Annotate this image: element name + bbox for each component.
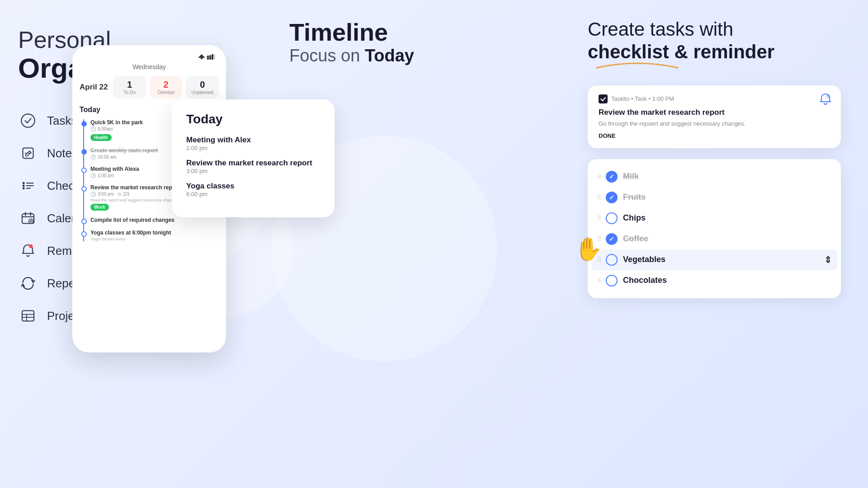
svg-rect-24 bbox=[212, 54, 213, 60]
orange-arc-decoration bbox=[592, 61, 683, 70]
drag-handle-milk: ⠿ bbox=[597, 173, 600, 180]
task-title-6: Yoga classes at 6:00pm tonight bbox=[90, 230, 219, 236]
bell-nav-icon bbox=[18, 241, 38, 261]
sort-arrows-icon: ⇕ bbox=[824, 254, 832, 265]
today-card: Today Meeting with Alex 1:00 pm Review t… bbox=[172, 99, 335, 217]
event-name-1: Meeting with Alex bbox=[186, 136, 320, 145]
svg-rect-21 bbox=[201, 58, 203, 59]
today-event-2: Review the market research report 3:00 p… bbox=[186, 159, 320, 174]
svg-point-4 bbox=[23, 188, 25, 190]
checklist-item-milk[interactable]: ⠿ Milk bbox=[591, 166, 837, 187]
reminder-bell-icon bbox=[819, 93, 832, 108]
svg-point-26 bbox=[826, 94, 830, 98]
svg-rect-22 bbox=[207, 56, 209, 60]
svg-rect-16 bbox=[22, 311, 34, 321]
checklist-item-chips[interactable]: ⠿ Chips bbox=[591, 208, 837, 229]
task-title-5: Compile list of required changes bbox=[90, 217, 219, 223]
timeline-today-word: Today bbox=[365, 46, 414, 65]
reminder-desc: Go through the repoert and suggest neces… bbox=[599, 120, 830, 128]
svg-point-3 bbox=[23, 185, 25, 187]
reminder-header: Taskito • Task • 1:00 PM bbox=[599, 94, 830, 103]
right-title-area: Create tasks with checklist & reminder bbox=[588, 18, 841, 72]
event-name-2: Review the market research report bbox=[186, 159, 320, 168]
event-time-2: 3:00 pm bbox=[186, 168, 320, 174]
svg-marker-20 bbox=[198, 54, 205, 58]
timeline-item-5: Compile list of required changes bbox=[90, 217, 219, 223]
timeline-item-6: Yoga classes at 6:00pm tonight Yoga clas… bbox=[90, 230, 219, 241]
reminder-done: DONE bbox=[599, 132, 830, 139]
svg-point-0 bbox=[21, 114, 34, 127]
label-chips: Chips bbox=[623, 213, 832, 223]
check-circle-icon bbox=[18, 111, 38, 131]
check-fruits[interactable] bbox=[606, 192, 618, 203]
task-subtask-6: Yoga classes every bbox=[90, 237, 219, 241]
label-vegetables: Vegetables bbox=[623, 255, 819, 264]
reminder-card: Taskito • Task • 1:00 PM Review the mark… bbox=[588, 85, 841, 148]
reminder-meta: Taskito • Task • 1:00 PM bbox=[611, 95, 674, 102]
timeline-subtitle: Focus on Today bbox=[289, 46, 414, 65]
calendar-icon bbox=[18, 208, 38, 228]
reminder-title: Review the market research report bbox=[599, 108, 830, 117]
checklist-item-coffee[interactable]: ⠿ Coffee bbox=[591, 229, 837, 249]
checklist-card: ⠿ Milk ⠿ Fruits ⠿ Chips ⠿ Coffee ⠿ Veget… bbox=[588, 159, 841, 298]
grid-icon bbox=[18, 306, 38, 326]
today-card-title: Today bbox=[186, 112, 320, 127]
check-vegetables[interactable] bbox=[606, 254, 618, 266]
event-time-1: 1:00 pm bbox=[186, 145, 320, 151]
timeline-dot-4 bbox=[81, 186, 87, 192]
phone-status-bar bbox=[80, 54, 219, 60]
event-name-3: Yoga classes bbox=[186, 182, 320, 191]
checklist-item-vegetables[interactable]: ⠿ Vegetables ⇕ bbox=[591, 249, 837, 270]
checklist-item-fruits[interactable]: ⠿ Fruits bbox=[591, 187, 837, 208]
right-title-line1: Create tasks with bbox=[588, 18, 841, 41]
timeline-dot-2 bbox=[81, 149, 87, 155]
phone-date: April 22 bbox=[80, 83, 108, 92]
label-chocolates: Chocolates bbox=[623, 276, 832, 285]
stat-todo: 1 To-Do bbox=[113, 76, 146, 99]
stat-unplanned: 0 Unplanned bbox=[186, 76, 219, 99]
label-coffee: Coffee bbox=[623, 234, 832, 244]
timeline-dot-1 bbox=[81, 121, 87, 127]
check-coffee[interactable] bbox=[606, 233, 618, 245]
list-icon bbox=[18, 176, 38, 196]
svg-point-15 bbox=[29, 244, 33, 248]
phone-day: Wednesday bbox=[80, 63, 219, 70]
checklist-item-chocolates[interactable]: ⠿ Chocolates bbox=[591, 270, 837, 291]
repeat-icon bbox=[18, 273, 38, 293]
today-event-3: Yoga classes 6:00 pm bbox=[186, 182, 320, 197]
check-milk[interactable] bbox=[606, 171, 618, 183]
svg-point-2 bbox=[23, 182, 25, 184]
timeline-dot-6 bbox=[81, 231, 87, 237]
event-time-3: 6:00 pm bbox=[186, 191, 320, 197]
label-fruits: Fruits bbox=[623, 192, 832, 202]
task-tag-4: Work bbox=[90, 204, 109, 211]
phone-date-row: April 22 1 To-Do 2 Overdue 0 Unplanned bbox=[80, 76, 219, 99]
hand-cursor-icon: 🤚 bbox=[574, 236, 602, 262]
edit-icon bbox=[18, 143, 38, 163]
timeline-header: Timeline Focus on Today bbox=[289, 18, 414, 66]
taskito-icon bbox=[599, 94, 608, 103]
drag-handle-chips: ⠿ bbox=[597, 215, 600, 222]
check-chips[interactable] bbox=[606, 212, 618, 224]
drag-handle-fruits: ⠿ bbox=[597, 194, 600, 201]
stat-overdue: 2 Overdue bbox=[150, 76, 183, 99]
label-milk: Milk bbox=[623, 172, 832, 181]
phone-stats: 1 To-Do 2 Overdue 0 Unplanned bbox=[113, 76, 219, 99]
timeline-title: Timeline bbox=[289, 18, 414, 46]
task-tag-1: Health bbox=[90, 134, 112, 141]
drag-handle-chocolates: ⠿ bbox=[597, 277, 600, 284]
today-event-1: Meeting with Alex 1:00 pm bbox=[186, 136, 320, 151]
right-panel: Create tasks with checklist & reminder T… bbox=[561, 0, 868, 488]
timeline-dot-5 bbox=[81, 219, 87, 224]
check-chocolates[interactable] bbox=[606, 275, 618, 286]
right-title-line2: checklist & reminder bbox=[588, 41, 841, 63]
svg-rect-23 bbox=[209, 55, 211, 60]
timeline-dot-3 bbox=[81, 168, 87, 173]
svg-rect-25 bbox=[214, 54, 215, 60]
